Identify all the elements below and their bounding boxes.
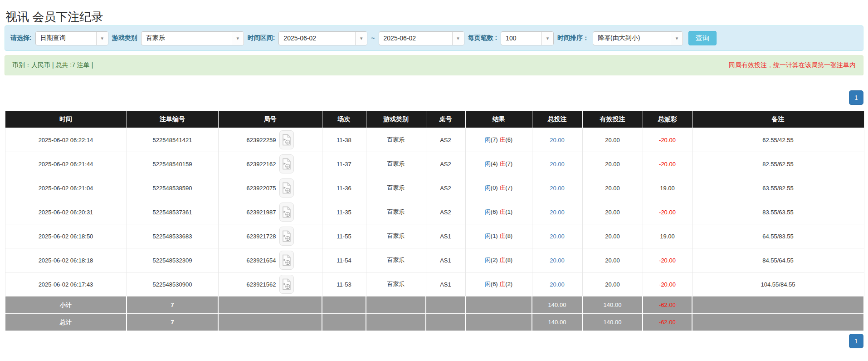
chevron-down-icon[interactable]: ▾ — [541, 32, 553, 45]
video-replay-button[interactable] — [279, 227, 294, 246]
cell-valid-bet: 20.00 — [582, 152, 643, 176]
round-number-text: 623921562 — [246, 281, 276, 288]
cell-session: 11-37 — [322, 152, 366, 176]
cell-payout: -20.00 — [643, 248, 692, 272]
total-bet-link[interactable]: 20.00 — [550, 185, 565, 192]
page-title: 视讯 会员下注纪录 — [5, 0, 863, 25]
filter-bar: 请选择: 日期查询 ▾ 游戏类别 百家乐 ▾ 时间区间: 2025-06-02 … — [5, 25, 863, 51]
summary-label: 总计 — [5, 314, 127, 331]
result-banker-score: (8) — [505, 232, 512, 239]
video-replay-button[interactable] — [279, 130, 294, 149]
cell-remark: 62.55/42.55 — [692, 128, 864, 152]
cell-time: 2025-06-02 06:21:04 — [5, 176, 127, 200]
total-bet-link[interactable]: 20.00 — [550, 161, 565, 168]
video-replay-button[interactable] — [279, 203, 294, 222]
video-file-icon — [282, 134, 291, 146]
result-banker-label: 庄 — [499, 281, 505, 287]
round-wrap: 623922075 — [219, 178, 322, 198]
video-replay-button[interactable] — [279, 178, 294, 198]
cell-total-bet: 20.00 — [532, 248, 582, 272]
game-type-select[interactable]: 百家乐 ▾ — [141, 31, 244, 45]
summary-label: 小计 — [5, 297, 127, 314]
cell-time: 2025-06-02 06:18:50 — [5, 224, 127, 248]
page-button-1[interactable]: 1 — [849, 90, 863, 105]
cell-game-type: 百家乐 — [366, 248, 426, 272]
summary-empty-cell — [426, 297, 465, 314]
date-from-select[interactable]: 2025-06-02 ▾ — [278, 31, 367, 45]
table-row: 2025-06-02 06:20:31522548537361623921987… — [5, 200, 864, 224]
cell-total-bet: 20.00 — [532, 224, 582, 248]
total-bet-link[interactable]: 20.00 — [550, 257, 565, 264]
date-to-select[interactable]: 2025-06-02 ▾ — [379, 31, 464, 45]
round-number-text: 623922075 — [246, 185, 276, 192]
cell-remark: 83.55/63.55 — [692, 200, 864, 224]
cell-payout: -20.00 — [643, 200, 692, 224]
result-banker-label: 庄 — [499, 160, 505, 167]
query-type-label: 请选择: — [10, 34, 32, 42]
summary-count: 7 — [127, 297, 218, 314]
time-sort-select[interactable]: 降幂(由大到小) ▾ — [593, 31, 683, 45]
page-size-select[interactable]: 100 ▾ — [501, 31, 554, 45]
summary-empty-cell — [465, 297, 532, 314]
video-replay-button[interactable] — [279, 275, 294, 294]
cell-valid-bet: 20.00 — [582, 272, 643, 297]
cell-time: 2025-06-02 06:17:43 — [5, 272, 127, 297]
summary-empty-cell — [465, 314, 532, 331]
game-type-label: 游戏类别 — [112, 34, 137, 42]
cell-valid-bet: 20.00 — [582, 176, 643, 200]
summary-total-bet: 140.00 — [532, 297, 582, 314]
chevron-down-icon[interactable]: ▾ — [671, 32, 683, 45]
result-player-label: 闲 — [485, 136, 491, 143]
total-bet-link[interactable]: 20.00 — [550, 281, 565, 288]
summary-empty-cell — [322, 297, 366, 314]
result-player-label: 闲 — [485, 184, 491, 191]
result-player-score: (0) — [491, 184, 498, 191]
cell-session: 11-36 — [322, 176, 366, 200]
result-player-score: (7) — [491, 136, 498, 143]
cell-result: 闲(4) 庄(7) — [465, 152, 532, 176]
cell-round-number: 623922162 — [218, 152, 322, 176]
cell-result: 闲(2) 庄(8) — [465, 248, 532, 272]
round-number-text: 623921728 — [246, 233, 276, 240]
round-wrap: 623921728 — [219, 227, 322, 246]
cell-game-type: 百家乐 — [366, 176, 426, 200]
chevron-down-icon[interactable]: ▾ — [232, 32, 244, 45]
page-button-1[interactable]: 1 — [849, 334, 863, 348]
cell-round-number: 623921728 — [218, 224, 322, 248]
cell-remark: 84.55/64.55 — [692, 248, 864, 272]
total-bet-link[interactable]: 20.00 — [550, 209, 565, 216]
result-player-score: (1) — [491, 232, 498, 239]
table-header-row: 时间注单编号局号场次游戏类别桌号结果总投注有效投注总派彩备注 — [5, 111, 864, 128]
total-bet-link[interactable]: 20.00 — [550, 137, 565, 143]
cell-time: 2025-06-02 06:21:44 — [5, 152, 127, 176]
table-row: 2025-06-02 06:18:18522548532309623921654… — [5, 248, 864, 272]
cell-table-number: AS2 — [426, 176, 465, 200]
query-type-select[interactable]: 日期查询 ▾ — [35, 31, 108, 45]
summary-total-bet: 140.00 — [532, 314, 582, 331]
search-button[interactable]: 查询 — [688, 31, 717, 45]
cell-table-number: AS2 — [426, 128, 465, 152]
chevron-down-icon[interactable]: ▾ — [452, 32, 464, 45]
chevron-down-icon[interactable]: ▾ — [355, 32, 367, 45]
cell-remark: 64.55/83.55 — [692, 224, 864, 248]
video-replay-button[interactable] — [279, 154, 294, 173]
video-file-icon — [282, 182, 291, 194]
cell-bet-number: 522548538590 — [127, 176, 218, 200]
currency-summary-text: 币别：人民币 | 总共 :7 注单 | — [12, 61, 93, 69]
result-banker-label: 庄 — [499, 208, 505, 215]
cell-payout: -20.00 — [643, 152, 692, 176]
cell-payout: -20.00 — [643, 272, 692, 297]
cell-remark: 104.55/84.55 — [692, 272, 864, 297]
table-row: 2025-06-02 06:22:14522548541421623922259… — [5, 128, 864, 152]
subtotal-row: 小计7140.00140.00-62.00 — [5, 297, 864, 314]
cell-valid-bet: 20.00 — [582, 200, 643, 224]
time-sort-value: 降幂(由大到小) — [593, 34, 671, 42]
date-range-label: 时间区间: — [248, 34, 275, 42]
video-replay-button[interactable] — [279, 251, 294, 270]
video-file-icon — [282, 230, 291, 242]
summary-empty-cell — [218, 297, 322, 314]
column-header: 有效投注 — [582, 111, 643, 128]
table-header: 时间注单编号局号场次游戏类别桌号结果总投注有效投注总派彩备注 — [5, 111, 864, 128]
chevron-down-icon[interactable]: ▾ — [96, 32, 108, 45]
total-bet-link[interactable]: 20.00 — [550, 233, 565, 240]
